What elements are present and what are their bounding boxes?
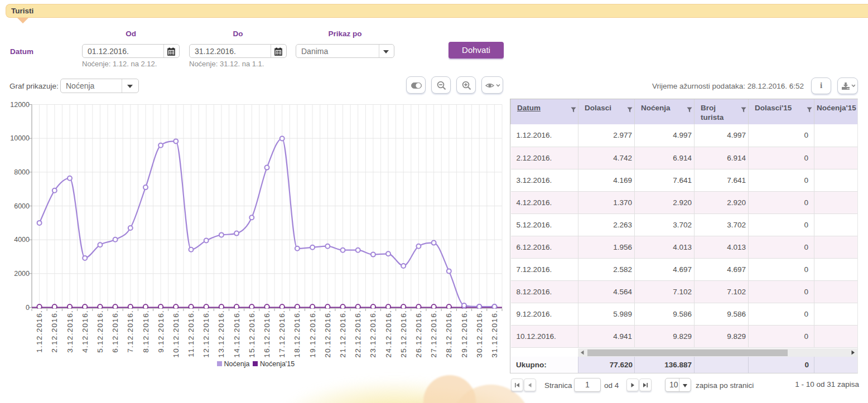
svg-text:16.12.2016.: 16.12.2016.: [263, 310, 271, 358]
svg-text:Noćenja'15: Noćenja'15: [260, 360, 295, 368]
svg-text:0: 0: [26, 304, 30, 312]
svg-text:28.12.2016.: 28.12.2016.: [445, 310, 453, 358]
svg-text:18.12.2016.: 18.12.2016.: [293, 310, 301, 358]
svg-text:19.12.2016.: 19.12.2016.: [308, 310, 317, 358]
svg-text:12.12.2016.: 12.12.2016.: [202, 310, 210, 358]
svg-text:4.12.2016.: 4.12.2016.: [81, 310, 89, 353]
svg-text:25.12.2016.: 25.12.2016.: [399, 310, 408, 358]
svg-text:5.12.2016.: 5.12.2016.: [96, 310, 104, 353]
svg-text:21.12.2016.: 21.12.2016.: [339, 310, 347, 358]
svg-text:22.12.2016.: 22.12.2016.: [354, 310, 362, 358]
svg-text:20.12.2016.: 20.12.2016.: [324, 310, 332, 358]
svg-text:Noćenja: Noćenja: [224, 360, 250, 368]
svg-text:8.12.2016.: 8.12.2016.: [142, 310, 150, 353]
svg-text:14.12.2016.: 14.12.2016.: [233, 310, 241, 358]
svg-text:29.12.2016.: 29.12.2016.: [460, 310, 469, 358]
svg-text:4000: 4000: [14, 236, 30, 244]
svg-text:6.12.2016.: 6.12.2016.: [111, 310, 119, 353]
svg-text:12000: 12000: [10, 101, 30, 109]
svg-text:6000: 6000: [14, 202, 30, 210]
svg-text:23.12.2016.: 23.12.2016.: [369, 310, 377, 358]
svg-text:17.12.2016.: 17.12.2016.: [278, 310, 286, 358]
svg-text:26.12.2016.: 26.12.2016.: [414, 310, 423, 358]
svg-text:24.12.2016.: 24.12.2016.: [384, 310, 393, 358]
svg-text:31.12.2016.: 31.12.2016.: [490, 310, 499, 358]
svg-text:30.12.2016.: 30.12.2016.: [475, 310, 484, 358]
svg-text:3.12.2016.: 3.12.2016.: [66, 310, 74, 353]
svg-text:11.12.2016.: 11.12.2016.: [187, 310, 195, 357]
svg-text:9.12.2016.: 9.12.2016.: [157, 310, 165, 353]
svg-text:1.12.2016.: 1.12.2016.: [35, 310, 44, 353]
svg-text:10.12.2016.: 10.12.2016.: [172, 310, 180, 358]
svg-text:27.12.2016.: 27.12.2016.: [430, 310, 438, 358]
svg-text:7.12.2016.: 7.12.2016.: [126, 310, 134, 353]
svg-text:2000: 2000: [14, 270, 30, 278]
svg-text:13.12.2016.: 13.12.2016.: [217, 310, 225, 358]
svg-text:2.12.2016.: 2.12.2016.: [50, 310, 59, 353]
svg-text:8000: 8000: [14, 168, 30, 176]
svg-text:10000: 10000: [10, 134, 30, 142]
svg-text:15.12.2016.: 15.12.2016.: [248, 310, 256, 358]
